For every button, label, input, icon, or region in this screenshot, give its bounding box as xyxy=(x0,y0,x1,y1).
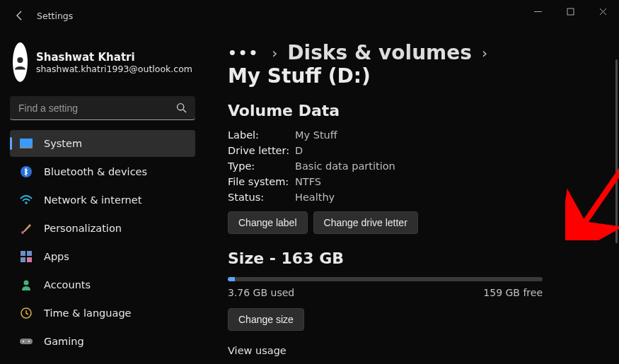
size-used-text: 3.76 GB used xyxy=(228,287,294,298)
sidebar-item-label: System xyxy=(44,138,82,149)
window-title: Settings xyxy=(37,11,73,21)
size-heading: Size - 163 GB xyxy=(228,249,594,267)
avatar xyxy=(13,42,28,82)
label-key: Label: xyxy=(228,129,295,141)
svg-rect-12 xyxy=(21,257,25,262)
titlebar: Settings xyxy=(0,0,619,31)
svg-point-8 xyxy=(25,201,28,204)
sidebar: Shashwat Khatri shashwat.khatri1993@outl… xyxy=(0,31,205,364)
size-free-text: 159 GB free xyxy=(483,287,543,298)
svg-point-14 xyxy=(24,281,29,286)
sidebar-item-bluetooth[interactable]: Bluetooth & devices xyxy=(10,158,195,185)
sidebar-item-label: Bluetooth & devices xyxy=(44,166,147,177)
user-email: shashwat.khatri1993@outlook.com xyxy=(36,64,192,74)
file-system-value: NTFS xyxy=(295,176,321,187)
size-bar-used xyxy=(228,277,235,281)
sidebar-item-label: Time & language xyxy=(44,307,132,319)
gaming-icon xyxy=(20,335,33,348)
chevron-right-icon: › xyxy=(482,45,487,61)
view-usage-link[interactable]: View usage xyxy=(228,345,287,356)
sidebar-item-label: Apps xyxy=(44,251,69,262)
avatar-icon xyxy=(13,42,28,82)
svg-point-18 xyxy=(28,341,30,342)
close-button[interactable] xyxy=(586,0,619,23)
svg-rect-11 xyxy=(27,251,32,256)
type-key: Type: xyxy=(228,160,295,172)
change-label-button[interactable]: Change label xyxy=(228,211,308,234)
main-content: ••• › Disks & volumes › My Stuff (D:) Vo… xyxy=(205,31,619,364)
change-size-button[interactable]: Change size xyxy=(228,308,304,331)
person-icon xyxy=(20,278,33,291)
sidebar-item-apps[interactable]: Apps xyxy=(10,243,195,270)
svg-point-9 xyxy=(21,231,24,234)
status-value: Healthy xyxy=(295,192,335,203)
sidebar-nav: System Bluetooth & devices Network & int… xyxy=(10,130,195,355)
search-input[interactable] xyxy=(10,96,195,120)
sidebar-item-label: Accounts xyxy=(44,279,91,290)
svg-rect-13 xyxy=(27,257,32,262)
change-drive-letter-button[interactable]: Change drive letter xyxy=(313,211,418,234)
user-block[interactable]: Shashwat Khatri shashwat.khatri1993@outl… xyxy=(13,42,192,82)
drive-letter-value: D xyxy=(295,145,303,156)
breadcrumb-parent[interactable]: Disks & volumes xyxy=(287,41,472,64)
user-info: Shashwat Khatri shashwat.khatri1993@outl… xyxy=(36,51,192,74)
sidebar-item-label: Personalization xyxy=(44,223,122,234)
svg-rect-6 xyxy=(20,147,33,148)
minimize-icon xyxy=(534,8,542,16)
sidebar-item-accounts[interactable]: Accounts xyxy=(10,271,195,298)
drive-letter-key: Drive letter: xyxy=(228,145,295,156)
sidebar-item-time-language[interactable]: Time & language xyxy=(10,300,195,327)
back-button[interactable] xyxy=(13,8,27,23)
bluetooth-icon xyxy=(20,165,33,178)
svg-point-2 xyxy=(17,57,23,63)
scrollbar[interactable] xyxy=(615,59,618,243)
label-value: My Stuff xyxy=(295,129,337,141)
system-icon xyxy=(20,137,33,150)
svg-rect-10 xyxy=(21,251,25,256)
sidebar-item-personalization[interactable]: Personalization xyxy=(10,215,195,242)
svg-rect-5 xyxy=(20,139,33,147)
sidebar-item-network[interactable]: Network & internet xyxy=(10,187,195,213)
window-controls xyxy=(521,0,619,23)
chevron-right-icon: › xyxy=(272,45,277,61)
minimize-button[interactable] xyxy=(521,0,554,23)
arrow-left-icon xyxy=(14,10,25,21)
sidebar-item-label: Network & internet xyxy=(44,194,141,206)
maximize-icon xyxy=(567,8,574,16)
svg-rect-1 xyxy=(567,8,574,15)
close-icon xyxy=(599,8,607,16)
volume-data-heading: Volume Data xyxy=(228,102,594,119)
wifi-icon xyxy=(20,194,33,206)
breadcrumb: ••• › Disks & volumes › My Stuff (D:) xyxy=(228,41,594,88)
user-name: Shashwat Khatri xyxy=(36,51,192,64)
type-value: Basic data partition xyxy=(295,160,395,172)
size-bar xyxy=(228,277,543,281)
sidebar-item-label: Gaming xyxy=(44,336,84,347)
status-key: Status: xyxy=(228,192,295,203)
breadcrumb-current: My Stuff (D:) xyxy=(228,64,371,88)
paintbrush-icon xyxy=(20,222,33,235)
svg-point-17 xyxy=(23,341,24,342)
clock-icon xyxy=(20,307,33,319)
svg-rect-16 xyxy=(20,339,33,344)
apps-icon xyxy=(20,250,33,263)
maximize-button[interactable] xyxy=(554,0,586,23)
file-system-key: File system: xyxy=(228,176,295,187)
sidebar-item-gaming[interactable]: Gaming xyxy=(10,328,195,355)
sidebar-item-system[interactable]: System xyxy=(10,130,195,157)
